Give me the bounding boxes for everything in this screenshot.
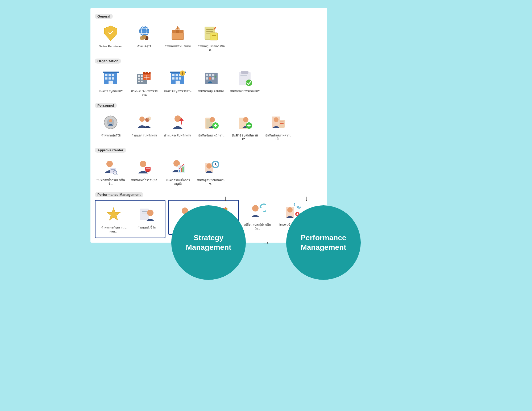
icon-box-define-report-form [202,24,221,43]
label-org-unit-info: บันทึกข้อมูลหน่วยงาน [164,89,192,93]
icon-box-approve-rights [135,157,154,177]
circle-strategy: Strategy Management [171,205,246,280]
item-define-user[interactable]: กำหนดผู้ใช้ [128,22,160,54]
svg-rect-37 [138,81,140,82]
section-general: General Define Permission [95,12,323,54]
item-employee-info-bold[interactable]: บันทึกข้อมูลพนักงานสำ... [229,111,261,143]
section-label-approve: Approve Center [95,148,126,153]
icon-box-define-user-group [101,113,120,132]
item-approve-delegate[interactable]: บันทึกผู้อนุมัติแทนตามช... [195,155,227,188]
item-search-rights[interactable]: บันทึกสิทธิ์การมองเห็นชื่... [95,155,127,188]
svg-rect-28 [109,77,111,80]
label-define-employee-level: กำหนดระดับพนักงาน [164,134,191,137]
circle-strategy-label: Strategy Management [186,233,231,252]
svg-rect-34 [141,75,143,77]
icon-box-org-unit-info [168,68,187,88]
clipboard-check-icon [236,69,253,86]
svg-point-93 [243,117,248,122]
person-arrow-up-icon [169,114,186,131]
svg-rect-75 [110,115,111,118]
label-health-info: บันทึกฟันสภาพความเป็... [263,134,293,141]
svg-rect-78 [115,122,118,123]
svg-rect-51 [176,77,178,80]
section-label-org: Organization [95,59,121,64]
icon-box-org-requirement [235,68,254,88]
svg-line-107 [116,174,118,175]
label-define-user-group: กำหนดกลุ่มผู้ใช้ [101,134,120,137]
label-employee-info-bold: บันทึกข้อมูลพนักงานสำ... [230,134,260,141]
report-pencil-icon [203,25,220,42]
circle-performance-label: Performance Management [301,233,346,252]
item-approve-level[interactable]: บันทึกลำดับขั้นการอนุมัติ [162,155,194,188]
icon-box-define-user [135,24,154,43]
svg-rect-68 [241,71,248,74]
item-approve-rights[interactable]: บันทึกสิทธิ์การอนุมัติ [128,155,160,188]
label-approve-rights: บันทึกสิทธิ์การอนุมัติ [131,178,157,182]
svg-rect-40 [143,72,151,74]
icon-box-employee-info [202,113,221,132]
building-blue-icon [102,69,119,86]
item-org-info[interactable]: บันทึกข้อมูลองค์กร [95,66,127,99]
section-approve-center: Approve Center บันทึกสิทธิ์การมองเห็นชื่… [95,146,323,188]
label-define-report-form: กำหนดรูปแบบการปิดต... [196,44,226,52]
item-define-score-unit[interactable]: กำหนดหลัสหน่วยนับ [162,22,194,54]
svg-rect-38 [141,81,143,82]
svg-rect-77 [104,122,106,123]
person-chart-icon [169,159,186,176]
building-calendar-icon [136,69,153,86]
label-org-info: บันทึกข้อมูลองค์กร [99,89,123,93]
section-organization: Organization บันทึกข้อ [95,57,323,99]
svg-point-64 [209,77,211,80]
icon-box-health-info [269,113,288,132]
section-label-personnel: Personnel [95,103,117,108]
person-search-icon [102,159,119,176]
svg-rect-61 [212,74,214,76]
svg-rect-27 [105,77,107,80]
arrow-between-circles: → [262,238,270,248]
icon-box-employee-info-bold [235,113,254,132]
svg-rect-24 [105,74,107,76]
users-globe-icon [136,25,153,42]
arrows-row: ↓ ↓ [0,194,532,203]
svg-rect-111 [146,171,149,172]
svg-rect-62 [206,77,208,80]
icon-box-approve-level [168,157,187,177]
svg-rect-60 [209,74,211,76]
svg-rect-115 [181,168,182,172]
svg-point-118 [206,163,212,169]
item-org-requirement[interactable]: บันทึกข้อกำหนดองค์กร [229,66,261,99]
svg-rect-26 [112,74,114,76]
item-define-user-group[interactable]: กำหนดกลุ่มผู้ใช้ [95,111,127,143]
svg-rect-47 [172,74,174,76]
svg-rect-53 [176,81,180,84]
shield-icon [102,25,119,42]
section-personnel: Personnel [95,101,323,143]
label-employee-info: บันทึกข้อมูลพนักงาน [198,134,225,137]
item-define-employee-level[interactable]: กำหนดระดับพนักงาน [162,111,194,143]
person-plus2-icon [236,114,253,131]
svg-rect-12 [176,30,179,33]
item-health-info[interactable]: บันทึกฟันสภาพความเป็... [262,111,294,143]
item-org-unit-info[interactable]: บันทึกข้อมูลหน่วยงาน [162,66,194,99]
item-define-report-form[interactable]: กำหนดรูปแบบการปิดต... [195,22,227,54]
bottom-section: ↓ ↓ Strategy Management → Performance Ma… [0,194,532,280]
item-position-info[interactable]: บันทึกข้อมูลตำแหน่ง [195,66,227,99]
svg-point-80 [139,117,145,122]
general-grid: Define Permission กำหนดผู้ใช้ [95,22,323,54]
label-approve-delegate: บันทึกผู้อนุมัติแทนตามช... [196,178,226,186]
svg-point-103 [106,161,113,167]
person-plus-icon [203,114,220,131]
two-persons-icon [136,114,153,131]
item-employee-info[interactable]: บันทึกข้อมูลพนักงาน [195,111,227,143]
building-blue2-icon [169,69,186,86]
icon-box-position-info [202,68,221,88]
section-label-general: General [95,14,113,19]
item-define-permission[interactable]: Define Permission [95,22,127,54]
icon-box-org-info [101,68,120,88]
svg-rect-10 [172,33,184,40]
item-define-dept[interactable]: กำหนดประเภทหน่วยงาน [128,66,160,99]
icon-box-define-employee-group [135,113,154,132]
svg-rect-25 [109,74,111,76]
item-define-employee-group[interactable]: กำหนดกลุ่มพนักงาน [128,111,160,143]
icon-box-search-rights [101,157,120,177]
